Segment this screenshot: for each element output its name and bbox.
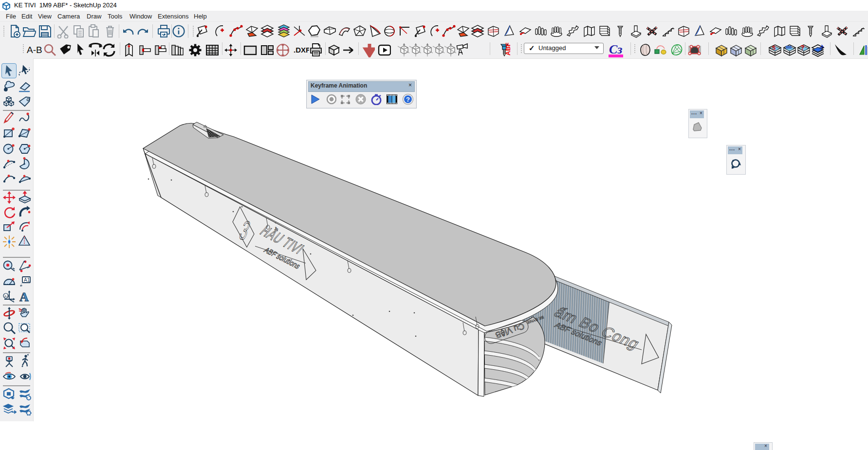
svg-text:?: ? (406, 96, 410, 103)
